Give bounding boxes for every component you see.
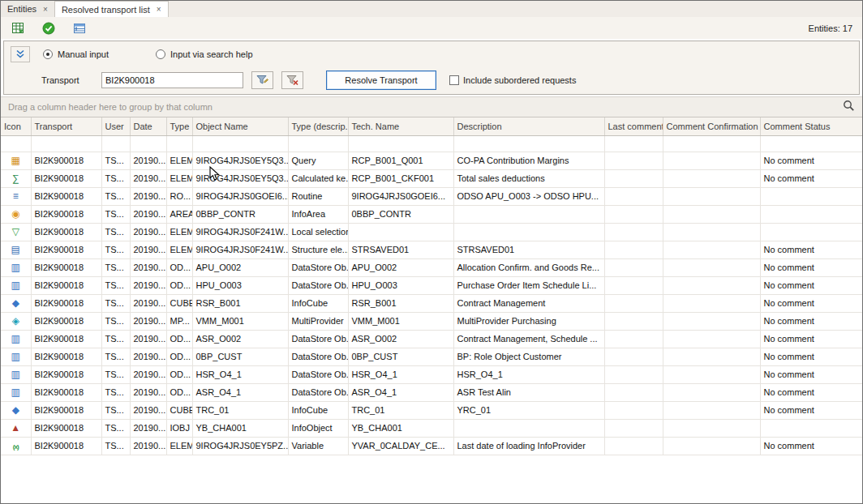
cell-description[interactable]: MultiProvider Purchasing (453, 312, 604, 330)
cell-last_comment[interactable] (604, 152, 663, 169)
cell-last_comment[interactable] (604, 223, 663, 241)
cell-tech_name[interactable]: ASR_O002 (348, 330, 453, 348)
filter-cell[interactable] (663, 135, 760, 152)
cell-comment_status[interactable] (760, 223, 862, 241)
cell-comment_confirmation[interactable] (663, 365, 760, 383)
cell-comment_status[interactable]: No comment (760, 365, 862, 383)
cell-user[interactable]: TS... (101, 365, 130, 383)
cell-type[interactable]: AREA (166, 205, 192, 223)
cell-comment_confirmation[interactable] (663, 348, 760, 365)
cell-type_desc[interactable]: MultiProvider (288, 312, 348, 330)
cell-description[interactable]: Total sales deductions (453, 169, 604, 187)
cell-type[interactable]: ELEM (166, 152, 192, 169)
filter-cell[interactable] (166, 135, 192, 152)
cell-last_comment[interactable] (604, 312, 663, 330)
cell-comment_status[interactable] (760, 187, 862, 205)
cell-user[interactable]: TS... (101, 258, 130, 276)
cell-description[interactable] (453, 223, 604, 241)
column-header[interactable]: Description (453, 117, 604, 135)
filter-cell[interactable] (348, 135, 453, 152)
column-header[interactable]: Type (166, 117, 192, 135)
cell-comment_confirmation[interactable] (663, 294, 760, 312)
cell-type_desc[interactable]: DataStore Ob... (288, 383, 348, 401)
cell-description[interactable]: Purchase Order Item Schedule Li... (453, 276, 604, 294)
cell-last_comment[interactable] (604, 401, 663, 419)
cell-object_name[interactable]: RSR_B001 (192, 294, 288, 312)
cell-last_comment[interactable] (604, 419, 663, 437)
table-row[interactable]: ▥BI2K900018TS...20190...OD...0BP_CUSTDat… (1, 348, 862, 365)
cell-last_comment[interactable] (604, 383, 663, 401)
filter-editor-button[interactable] (251, 71, 273, 89)
cell-transport[interactable]: BI2K900018 (31, 152, 101, 169)
cell-user[interactable]: TS... (101, 437, 130, 455)
cell-date[interactable]: 20190... (130, 419, 166, 437)
cell-object_name[interactable]: 9IROG4JRJS0F241W... (192, 241, 288, 258)
cell-description[interactable]: Contract Management, Schedule ... (453, 330, 604, 348)
cell-last_comment[interactable] (604, 437, 663, 455)
cell-last_comment[interactable] (604, 187, 663, 205)
column-header[interactable]: Comment Confirmation (663, 117, 760, 135)
resolve-transport-button[interactable]: Resolve Transport (326, 70, 436, 90)
grid-settings-icon[interactable] (72, 21, 87, 36)
cell-comment_status[interactable]: No comment (760, 276, 862, 294)
validate-icon[interactable] (41, 21, 56, 36)
cell-user[interactable]: TS... (101, 205, 130, 223)
cell-type[interactable]: CUBE (166, 294, 192, 312)
cell-date[interactable]: 20190... (130, 258, 166, 276)
filter-cell[interactable] (130, 135, 166, 152)
cell-transport[interactable]: BI2K900018 (31, 383, 101, 401)
cell-last_comment[interactable] (604, 330, 663, 348)
cell-type_desc[interactable]: DataStore Ob... (288, 330, 348, 348)
cell-tech_name[interactable]: 0BBP_CONTR (348, 205, 453, 223)
radio-icon[interactable] (156, 49, 165, 59)
cell-type[interactable]: ELEM (166, 437, 192, 455)
cell-date[interactable]: 20190... (130, 152, 166, 169)
cell-transport[interactable]: BI2K900018 (31, 223, 101, 241)
cell-user[interactable]: TS... (101, 187, 130, 205)
table-row[interactable]: ▥BI2K900018TS...20190...OD...HPU_O003Dat… (1, 276, 862, 294)
cell-user[interactable]: TS... (101, 169, 130, 187)
cell-tech_name[interactable]: RCP_B001_CKF001 (348, 169, 453, 187)
cell-tech_name[interactable]: 9IROG4JRJS0GOEI6... (348, 187, 453, 205)
cell-description[interactable]: YRC_01 (453, 401, 604, 419)
column-header[interactable]: Tech. Name (348, 117, 453, 135)
filter-cell[interactable] (192, 135, 288, 152)
column-header[interactable]: Type (descrip... (288, 117, 348, 135)
filter-cell[interactable] (760, 135, 862, 152)
cell-comment_status[interactable]: No comment (760, 258, 862, 276)
cell-last_comment[interactable] (604, 348, 663, 365)
cell-tech_name[interactable]: VMM_M001 (348, 312, 453, 330)
cell-date[interactable]: 20190... (130, 169, 166, 187)
cell-description[interactable] (453, 205, 604, 223)
cell-type_desc[interactable]: Calculated ke... (288, 169, 348, 187)
cell-date[interactable]: 20190... (130, 348, 166, 365)
table-row[interactable]: ≡BI2K900018TS...20190...RO...9IROG4JRJS0… (1, 187, 862, 205)
cell-description[interactable]: STRSAVED01 (453, 241, 604, 258)
cell-last_comment[interactable] (604, 294, 663, 312)
cell-object_name[interactable]: 9IROG4JRJS0EY5Q3... (192, 169, 288, 187)
cell-tech_name[interactable]: HSR_O4_1 (348, 365, 453, 383)
column-header[interactable]: Last commenti... (604, 117, 663, 135)
cell-type[interactable]: MP... (166, 312, 192, 330)
cell-object_name[interactable]: 0BP_CUST (192, 348, 288, 365)
cell-type_desc[interactable]: InfoObject (288, 419, 348, 437)
cell-comment_confirmation[interactable] (663, 312, 760, 330)
table-row[interactable]: ◈BI2K900018TS...20190...MP...VMM_M001Mul… (1, 312, 862, 330)
table-row[interactable]: ▤BI2K900018TS...20190...ELEM9IROG4JRJS0F… (1, 241, 862, 258)
cell-comment_confirmation[interactable] (663, 241, 760, 258)
radio-search-help[interactable]: Input via search help (156, 49, 253, 59)
close-tab-icon[interactable]: × (43, 5, 48, 14)
clear-filter-button[interactable] (281, 71, 303, 89)
cell-date[interactable]: 20190... (130, 383, 166, 401)
cell-type[interactable]: OD... (166, 365, 192, 383)
cell-object_name[interactable]: HSR_O4_1 (192, 365, 288, 383)
cell-transport[interactable]: BI2K900018 (31, 437, 101, 455)
cell-user[interactable]: TS... (101, 348, 130, 365)
cell-type[interactable]: OD... (166, 330, 192, 348)
checkbox-icon[interactable] (449, 75, 459, 85)
transport-input[interactable] (101, 72, 243, 88)
cell-description[interactable]: ODSO APU_O003 -> ODSO HPU... (453, 187, 604, 205)
cell-comment_status[interactable]: No comment (760, 312, 862, 330)
cell-transport[interactable]: BI2K900018 (31, 276, 101, 294)
cell-comment_confirmation[interactable] (663, 223, 760, 241)
